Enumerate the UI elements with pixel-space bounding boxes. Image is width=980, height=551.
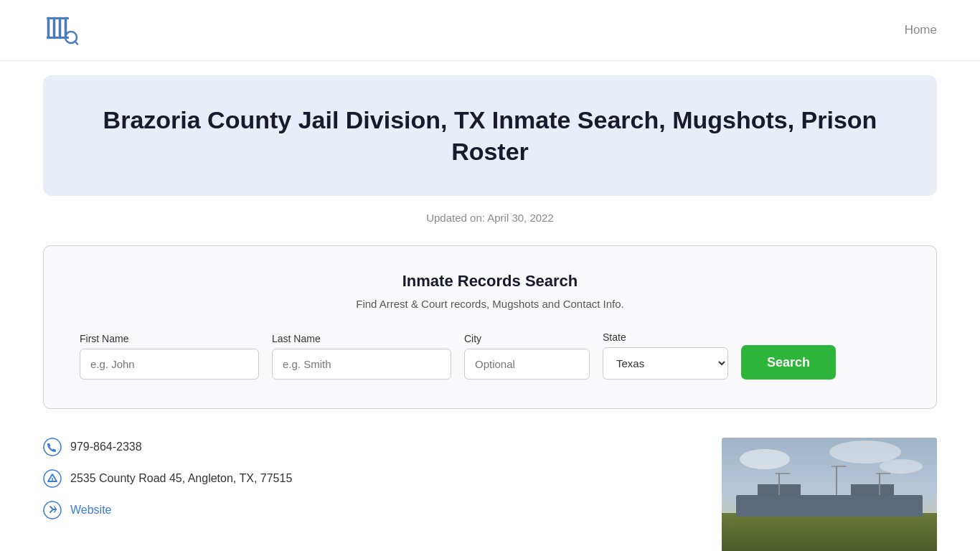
svg-line-7 [75, 42, 78, 44]
facility-svg [722, 438, 937, 551]
logo[interactable] [43, 11, 80, 49]
website-icon [43, 501, 62, 519]
search-card-title: Inmate Records Search [80, 272, 900, 291]
search-card-subtitle: Find Arrest & Court records, Mugshots an… [80, 298, 900, 310]
svg-rect-0 [47, 17, 50, 39]
svg-rect-2 [59, 17, 61, 39]
state-select[interactable]: AlabamaAlaskaArizonaArkansasCaliforniaCo… [603, 347, 728, 380]
svg-rect-14 [722, 520, 937, 551]
contact-info: 979-864-2338 2535 County Road 45, Anglet… [43, 438, 693, 532]
last-name-label: Last Name [272, 333, 451, 344]
phone-item: 979-864-2338 [43, 438, 693, 456]
state-field-group: State AlabamaAlaskaArizonaArkansasCalifo… [603, 331, 728, 380]
logo-icon [43, 11, 80, 49]
svg-point-8 [44, 438, 61, 456]
phone-number: 979-864-2338 [70, 441, 142, 453]
hero-title: Brazoria County Jail Division, TX Inmate… [86, 104, 894, 167]
svg-point-24 [740, 449, 790, 469]
svg-rect-4 [47, 17, 69, 19]
svg-rect-1 [53, 17, 55, 39]
first-name-input[interactable] [80, 349, 259, 380]
city-input[interactable] [464, 349, 590, 380]
website-item: Website [43, 501, 693, 519]
address-text: 2535 County Road 45, Angleton, TX, 77515 [70, 472, 292, 485]
info-section: 979-864-2338 2535 County Road 45, Anglet… [43, 438, 937, 551]
svg-point-25 [829, 441, 901, 463]
first-name-field-group: First Name [80, 333, 259, 380]
city-label: City [464, 333, 590, 344]
nav: Home [905, 23, 937, 37]
address-icon [43, 469, 62, 488]
header: Home [0, 0, 980, 61]
home-link[interactable]: Home [905, 23, 937, 37]
svg-rect-15 [743, 495, 915, 524]
first-name-label: First Name [80, 333, 259, 344]
city-field-group: City [464, 333, 590, 380]
address-item: 2535 County Road 45, Angleton, TX, 77515 [43, 469, 693, 488]
website-link[interactable]: Website [70, 504, 112, 517]
hero-banner: Brazoria County Jail Division, TX Inmate… [43, 75, 937, 196]
last-name-input[interactable] [272, 349, 451, 380]
state-label: State [603, 331, 728, 343]
search-button[interactable]: Search [741, 345, 836, 380]
search-card: Inmate Records Search Find Arrest & Cour… [43, 245, 937, 409]
last-name-field-group: Last Name [272, 333, 451, 380]
search-fields: First Name Last Name City State AlabamaA… [80, 331, 900, 380]
svg-point-26 [880, 459, 923, 474]
facility-image [722, 438, 937, 551]
phone-icon [43, 438, 62, 456]
svg-rect-17 [851, 484, 894, 499]
updated-date: Updated on: April 30, 2022 [0, 212, 980, 224]
